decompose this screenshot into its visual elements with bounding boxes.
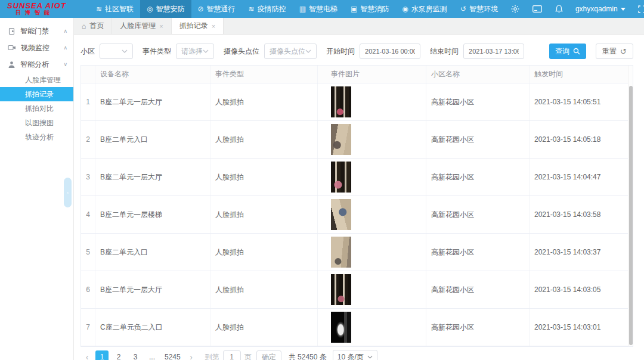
sidebar-subitem[interactable]: 轨迹分析 bbox=[0, 130, 73, 144]
event-image-cell bbox=[318, 271, 426, 308]
row-index: 7 bbox=[81, 309, 95, 346]
sidebar-group-label: 智能门禁 bbox=[20, 26, 49, 36]
row-index: 4 bbox=[81, 196, 95, 233]
total-count-text: 共 52450 条 bbox=[289, 352, 327, 360]
event-type-cell: 人脸抓拍 bbox=[210, 121, 318, 158]
event-image-cell bbox=[318, 234, 426, 271]
sidebar-subitem[interactable]: 以图搜图 bbox=[0, 116, 73, 130]
notification-bell-icon[interactable] bbox=[549, 0, 569, 18]
page-tab[interactable]: ⌂ 抓拍记录 × bbox=[172, 18, 224, 34]
page-tab[interactable]: ⌂ 首页 × bbox=[74, 18, 112, 34]
capture-snapshot-image[interactable] bbox=[331, 199, 351, 230]
goto-confirm-button[interactable]: 确定 bbox=[256, 350, 281, 360]
topbar-nav-item[interactable]: ≋ 社区智联 bbox=[89, 0, 140, 18]
camera-filter-label: 摄像头点位 bbox=[224, 46, 259, 57]
table-row: 6 B座二单元一层大厅 人脸抓拍 高新花园小区 2021-03-15 14:03… bbox=[81, 271, 633, 309]
nav-icon: ▣ bbox=[351, 5, 357, 13]
column-header-event-type: 事件类型 bbox=[210, 66, 318, 83]
topbar-nav-item[interactable]: ▥ 智慧电梯 bbox=[293, 0, 344, 18]
next-page-button[interactable]: › bbox=[185, 350, 198, 360]
camera-select[interactable]: 摄像头点位 bbox=[264, 44, 317, 59]
capture-snapshot-image[interactable] bbox=[331, 237, 351, 268]
close-icon[interactable]: × bbox=[159, 23, 163, 30]
topbar-nav-item[interactable]: ◉ 水泵房监测 bbox=[395, 0, 453, 18]
community-name-cell: 高新花园小区 bbox=[426, 196, 530, 233]
goto-page-input[interactable] bbox=[223, 350, 241, 360]
community-name-cell: 高新花园小区 bbox=[426, 234, 530, 271]
page-number-button[interactable]: 5245 bbox=[162, 350, 183, 360]
event-image-cell bbox=[318, 121, 426, 158]
page-number-button[interactable]: ... bbox=[145, 350, 159, 360]
table-row: 2 B座二单元入口 人脸抓拍 高新花园小区 2021-03-15 14:05:1… bbox=[81, 121, 633, 159]
fullscreen-icon[interactable] bbox=[631, 0, 644, 18]
topbar-nav-item[interactable]: ⊘ 智慧通行 bbox=[191, 0, 242, 18]
trigger-time-cell: 2021-03-15 14:04:47 bbox=[530, 159, 633, 195]
sidebar-group-label: 视频监控 bbox=[21, 43, 49, 53]
device-name-cell: C座二单元负二入口 bbox=[95, 309, 210, 346]
capture-snapshot-image[interactable] bbox=[331, 312, 351, 343]
sidebar-subitem[interactable]: 抓拍对比 bbox=[0, 101, 73, 116]
capture-snapshot-image[interactable] bbox=[331, 86, 351, 117]
community-select[interactable] bbox=[100, 44, 133, 59]
column-header-event-image: 事件图片 bbox=[318, 66, 426, 83]
nav-icon: ⊘ bbox=[198, 5, 204, 13]
table-scrollbar[interactable] bbox=[628, 66, 633, 346]
capture-snapshot-image[interactable] bbox=[331, 162, 351, 193]
search-icon bbox=[573, 48, 580, 55]
topbar-nav-item[interactable]: ◎ 智慧安防 bbox=[140, 0, 191, 18]
topbar-nav-item[interactable]: ≋ 疫情防控 bbox=[242, 0, 293, 18]
page-number-button[interactable]: 1 bbox=[95, 350, 109, 360]
event-type-select[interactable]: 请选择 bbox=[176, 44, 214, 59]
sidebar-group-label: 智能分析 bbox=[20, 60, 49, 70]
trigger-time-cell: 2021-03-15 14:05:51 bbox=[530, 83, 633, 120]
sidebar-subitem-label: 轨迹分析 bbox=[25, 133, 54, 141]
prev-page-button[interactable]: ‹ bbox=[80, 350, 94, 360]
sidebar-group-smart-analysis[interactable]: 智能分析 ∨ bbox=[0, 56, 73, 73]
sidebar: 智能门禁 ∧ 视频监控 ∧ 智能分析 ∨ 人脸库管理 抓拍记录 抓拍对比 bbox=[0, 18, 74, 360]
capture-snapshot-image[interactable] bbox=[331, 274, 351, 305]
pagination: ‹ 1 2 3 ... 5245 › 到第 页 确定 共 52450 条 bbox=[80, 348, 633, 360]
event-type-cell: 人脸抓拍 bbox=[210, 83, 318, 120]
sidebar-group-video-monitor[interactable]: 视频监控 ∧ bbox=[0, 39, 73, 56]
settings-gear-icon[interactable] bbox=[504, 0, 526, 18]
trigger-time-cell: 2021-03-15 14:03:37 bbox=[530, 234, 633, 271]
event-type-cell: 人脸抓拍 bbox=[210, 159, 318, 195]
column-header-trigger-time: 触发时间 bbox=[530, 66, 633, 83]
page-number-button[interactable]: 3 bbox=[129, 350, 142, 360]
close-icon[interactable]: × bbox=[212, 23, 215, 30]
table-row: 1 B座二单元一层大厅 人脸抓拍 高新花园小区 2021-03-15 14:05… bbox=[81, 83, 633, 121]
chevron-down-icon bbox=[305, 49, 311, 53]
topbar-nav-item[interactable]: ▣ 智慧消防 bbox=[344, 0, 395, 18]
start-time-input[interactable] bbox=[360, 44, 420, 59]
logo-line1: SUNSEA AIOT bbox=[7, 2, 89, 10]
main-panel: ⌂ 首页 × ⌂ 人脸库管理 × ⌂ 抓拍记录 × bbox=[74, 18, 644, 360]
trigger-time-cell: 2021-03-15 14:03:01 bbox=[530, 309, 633, 346]
user-menu[interactable]: gxhyxqadmin bbox=[569, 5, 631, 13]
sidebar-subitem[interactable]: 抓拍记录 bbox=[0, 87, 73, 101]
page-size-select[interactable]: 10 条/页 bbox=[333, 350, 377, 360]
sidebar-subitem[interactable]: 人脸库管理 bbox=[0, 73, 73, 87]
end-time-label: 结束时间 bbox=[430, 46, 459, 57]
sidebar-group-door-access[interactable]: 智能门禁 ∧ bbox=[0, 23, 73, 39]
table-header-row: 设备名称 事件类型 事件图片 小区名称 触发时间 bbox=[81, 66, 633, 83]
page-number-button[interactable]: 2 bbox=[112, 350, 125, 360]
scrollbar-thumb[interactable] bbox=[629, 86, 633, 345]
topbar-nav-item[interactable]: ↺ 智慧环境 bbox=[454, 0, 504, 18]
tab-label: 人脸库管理 bbox=[120, 21, 156, 31]
chevron-down-icon bbox=[367, 355, 373, 359]
filter-bar: 小区 事件类型 请选择 摄像头点位 摄像头点位 开始时间 结束时间 bbox=[80, 43, 633, 60]
reset-button[interactable]: 重置 ↺ bbox=[596, 44, 633, 59]
end-time-input[interactable] bbox=[463, 44, 524, 59]
nav-label: 智慧消防 bbox=[360, 4, 389, 14]
capture-snapshot-image[interactable] bbox=[331, 124, 351, 155]
sidebar-collapse-handle[interactable]: ‹ bbox=[64, 178, 72, 207]
main-layout: 智能门禁 ∧ 视频监控 ∧ 智能分析 ∨ 人脸库管理 抓拍记录 抓拍对比 bbox=[0, 18, 644, 360]
nav-label: 智慧通行 bbox=[207, 4, 236, 14]
search-button[interactable]: 查询 bbox=[549, 44, 586, 59]
page-tab[interactable]: ⌂ 人脸库管理 × bbox=[112, 18, 171, 34]
topbar-nav: ≋ 社区智联 ◎ 智慧安防 ⊘ 智慧通行 ≋ 疫情防控 ▥ 智慧电梯 bbox=[89, 0, 504, 18]
app-logo: SUNSEA AIOT 日海智能 bbox=[0, 2, 89, 16]
chevron-down-icon bbox=[203, 49, 209, 53]
column-header-device: 设备名称 bbox=[95, 66, 210, 83]
message-card-icon[interactable] bbox=[526, 0, 549, 18]
